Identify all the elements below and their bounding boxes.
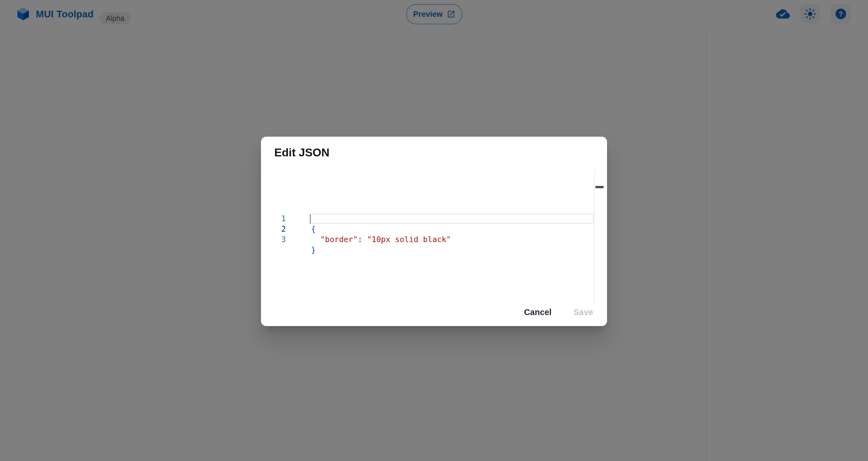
code-token-colon: : <box>358 235 367 244</box>
save-button[interactable]: Save <box>569 304 598 320</box>
code-token: } <box>311 246 316 254</box>
json-code-editor[interactable]: 1 { 2 "border": "10px solid black" 3 } <box>274 170 594 304</box>
line-number: 3 <box>274 235 286 245</box>
code-token-value: "10px solid black" <box>367 235 451 244</box>
code-token-key: "border" <box>311 235 358 244</box>
editor-overview-mark <box>595 185 603 188</box>
editor-scrollbar-ruler[interactable] <box>594 170 595 303</box>
dialog-actions: Cancel Save <box>519 304 598 320</box>
cancel-button[interactable]: Cancel <box>519 304 556 320</box>
dialog-title: Edit JSON <box>274 146 330 159</box>
edit-json-dialog: Edit JSON 1 { 2 "border": "10px solid bl… <box>261 137 607 326</box>
